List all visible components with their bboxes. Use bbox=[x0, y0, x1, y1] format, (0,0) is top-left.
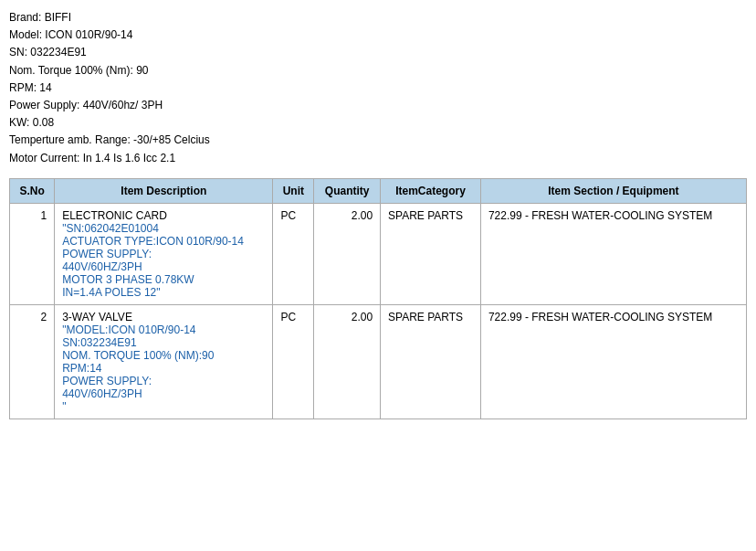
parts-table: S.No Item Description Unit Quantity Item… bbox=[9, 178, 747, 419]
col-sno: S.No bbox=[10, 178, 55, 203]
cell-description: ELECTRONIC CARD"SN:062042E01004ACTUATOR … bbox=[55, 203, 273, 304]
rpm: RPM: 14 bbox=[9, 79, 747, 97]
brand: Brand: BIFFI bbox=[9, 9, 747, 26]
cell-itemsection: 722.99 - FRESH WATER-COOLING SYSTEM bbox=[480, 304, 746, 419]
torque: Nom. Torque 100% (Nm): 90 bbox=[9, 62, 747, 79]
col-description: Item Description bbox=[55, 178, 273, 203]
col-itemcategory: ItemCategory bbox=[381, 178, 481, 203]
cell-description: 3-WAY VALVE"MODEL:ICON 010R/90-14SN:0322… bbox=[55, 304, 273, 419]
cell-unit: PC bbox=[273, 203, 314, 304]
cell-sno: 2 bbox=[10, 304, 55, 419]
cell-quantity: 2.00 bbox=[314, 304, 381, 419]
table-row: 23-WAY VALVE"MODEL:ICON 010R/90-14SN:032… bbox=[10, 304, 747, 419]
col-unit: Unit bbox=[273, 178, 314, 203]
cell-unit: PC bbox=[273, 304, 314, 419]
motor: Motor Current: In 1.4 Is 1.6 Icc 2.1 bbox=[9, 150, 747, 167]
model: Model: ICON 010R/90-14 bbox=[9, 26, 747, 44]
temp: Temperture amb. Range: -30/+85 Celcius bbox=[9, 132, 747, 149]
col-quantity: Quantity bbox=[314, 178, 381, 203]
header-info: Brand: BIFFI Model: ICON 010R/90-14 SN: … bbox=[9, 9, 747, 167]
kw: KW: 0.08 bbox=[9, 114, 747, 132]
cell-sno: 1 bbox=[10, 203, 55, 304]
cell-itemcategory: SPARE PARTS bbox=[381, 203, 481, 304]
table-row: 1ELECTRONIC CARD"SN:062042E01004ACTUATOR… bbox=[10, 203, 747, 304]
col-itemsection: Item Section / Equipment bbox=[480, 178, 746, 203]
cell-quantity: 2.00 bbox=[314, 203, 381, 304]
sn: SN: 032234E91 bbox=[9, 44, 747, 61]
power: Power Supply: 440V/60hz/ 3PH bbox=[9, 97, 747, 114]
cell-itemcategory: SPARE PARTS bbox=[381, 304, 481, 419]
cell-itemsection: 722.99 - FRESH WATER-COOLING SYSTEM bbox=[480, 203, 746, 304]
